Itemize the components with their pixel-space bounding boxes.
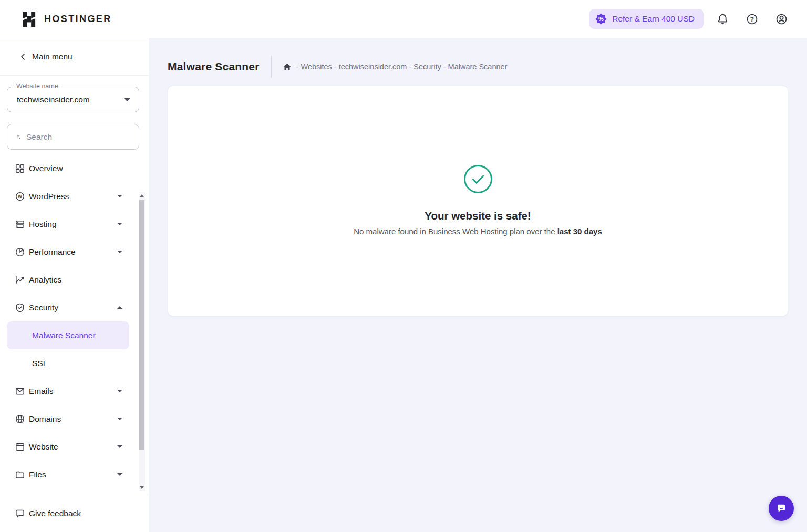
breadcrumb[interactable]: - Websites - techwiseinsider.com - Secur… xyxy=(283,62,508,71)
search-field[interactable] xyxy=(7,124,139,150)
search-input[interactable] xyxy=(26,132,131,142)
sidebar-scrollbar[interactable] xyxy=(139,192,145,491)
malware-status-card: Your website is safe! No malware found i… xyxy=(168,86,788,316)
overview-icon xyxy=(15,163,25,174)
sidebar-item-label: SSL xyxy=(32,359,47,368)
sidebar-item-label: Files xyxy=(29,470,46,479)
status-heading: Your website is safe! xyxy=(425,210,531,222)
refer-earn-label: Refer & Earn 400 USD xyxy=(612,14,695,24)
sidebar-item-label: Analytics xyxy=(29,275,61,285)
give-feedback-button[interactable]: Give feedback xyxy=(0,495,149,532)
analytics-icon xyxy=(15,275,25,285)
chat-launcher-button[interactable] xyxy=(769,496,794,521)
chat-bubble-icon xyxy=(774,502,788,515)
badge-percent-icon: % xyxy=(595,13,607,25)
chevron-up-icon xyxy=(117,306,122,309)
chevron-down-icon xyxy=(117,195,122,197)
main-menu-back[interactable]: Main menu xyxy=(0,38,149,76)
notifications-button[interactable] xyxy=(711,8,733,30)
scrollbar-thumb[interactable] xyxy=(139,200,144,450)
svg-text:W: W xyxy=(18,194,23,199)
scrollbar-down-arrow-icon[interactable] xyxy=(139,484,145,491)
check-circle-icon xyxy=(463,164,493,194)
sidebar-item-malware-scanner[interactable]: Malware Scanner xyxy=(7,321,129,349)
sidebar-item-label: Domains xyxy=(29,414,61,424)
account-button[interactable] xyxy=(770,8,792,30)
chevron-down-icon xyxy=(117,473,122,476)
sidebar-item-label: Website xyxy=(29,442,58,452)
sidebar-item-website[interactable]: Website xyxy=(7,433,129,461)
performance-icon xyxy=(15,247,25,257)
website-icon xyxy=(15,442,25,452)
sidebar-item-label: WordPress xyxy=(29,192,69,201)
svg-text:%: % xyxy=(598,16,604,22)
main-content: Malware Scanner - Websites - techwiseins… xyxy=(149,38,807,532)
domains-icon xyxy=(15,414,25,424)
notifications-bell-icon xyxy=(716,13,729,26)
sidebar-item-ssl[interactable]: SSL xyxy=(7,349,129,377)
chevron-left-icon xyxy=(19,53,26,60)
breadcrumb-text[interactable]: - Websites - techwiseinsider.com - Secur… xyxy=(296,62,508,71)
sidebar-item-label: Performance xyxy=(29,247,76,257)
main-menu-label: Main menu xyxy=(32,52,73,61)
status-subtext: No malware found in Business Web Hosting… xyxy=(354,227,602,236)
sidebar: Main menu Website name techwiseinsider.c… xyxy=(0,38,149,532)
sidebar-item-analytics[interactable]: Analytics xyxy=(7,266,129,294)
search-icon xyxy=(16,132,20,142)
emails-icon xyxy=(15,386,25,397)
hostinger-h-icon xyxy=(21,11,37,28)
sidebar-item-label: Overview xyxy=(29,164,63,173)
wordpress-icon: W xyxy=(15,191,25,202)
website-select-value: techwiseinsider.com xyxy=(17,95,90,105)
sidebar-item-security[interactable]: Security xyxy=(7,294,129,321)
scrollbar-track[interactable] xyxy=(139,199,145,484)
sidebar-item-overview[interactable]: Overview xyxy=(7,154,129,182)
chevron-down-icon xyxy=(124,98,130,101)
sidebar-item-label: Emails xyxy=(29,387,54,396)
app-header: HOSTINGER % Refer & Earn 400 USD xyxy=(0,0,807,38)
scrollbar-up-arrow-icon[interactable] xyxy=(139,192,145,199)
chevron-down-icon xyxy=(117,390,122,392)
give-feedback-label: Give feedback xyxy=(29,509,81,518)
chevron-down-icon xyxy=(117,223,122,225)
help-icon: ? xyxy=(746,13,759,26)
refer-earn-button[interactable]: % Refer & Earn 400 USD xyxy=(589,9,704,29)
security-icon xyxy=(15,302,25,313)
sidebar-item-wordpress[interactable]: WWordPress xyxy=(7,182,129,210)
page-title: Malware Scanner xyxy=(168,60,260,73)
status-subtext-bold: last 30 days xyxy=(557,227,602,236)
title-divider xyxy=(271,56,272,78)
website-select-label: Website name xyxy=(13,82,61,90)
hosting-icon xyxy=(15,219,25,230)
brand-name: HOSTINGER xyxy=(44,14,112,25)
hostinger-logo[interactable]: HOSTINGER xyxy=(21,11,112,28)
sidebar-item-performance[interactable]: Performance xyxy=(7,238,129,266)
sidebar-item-emails[interactable]: Emails xyxy=(7,377,129,405)
home-icon[interactable] xyxy=(283,62,292,71)
account-icon xyxy=(775,13,788,26)
sidebar-item-hosting[interactable]: Hosting xyxy=(7,210,129,238)
sidebar-item-label: Hosting xyxy=(29,220,57,229)
chevron-down-icon xyxy=(117,251,122,253)
sidebar-item-files[interactable]: Files xyxy=(7,461,129,488)
sidebar-nav: OverviewWWordPressHostingPerformanceAnal… xyxy=(0,154,149,495)
svg-text:?: ? xyxy=(750,15,753,23)
help-button[interactable]: ? xyxy=(741,8,763,30)
sidebar-item-label: Malware Scanner xyxy=(32,331,96,340)
website-name-select[interactable]: Website name techwiseinsider.com xyxy=(7,87,139,112)
chevron-down-icon xyxy=(117,418,122,420)
files-icon xyxy=(15,470,25,480)
sidebar-item-label: Security xyxy=(29,303,58,312)
sidebar-item-domains[interactable]: Domains xyxy=(7,405,129,433)
feedback-chat-icon xyxy=(15,508,25,519)
chevron-down-icon xyxy=(117,445,122,448)
